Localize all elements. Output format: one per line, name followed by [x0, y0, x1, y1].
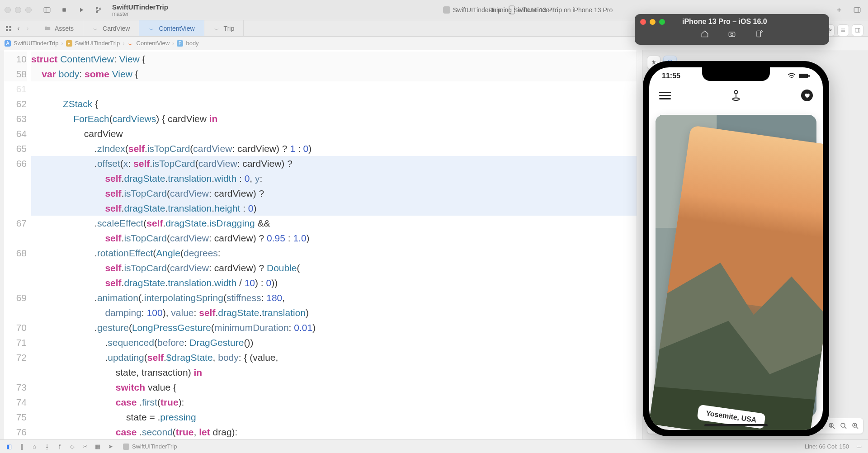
battery-icon: [798, 73, 810, 79]
stop-button-icon[interactable]: [58, 4, 71, 16]
zoom-actual-icon[interactable]: 1: [826, 420, 838, 432]
home-icon[interactable]: [700, 29, 709, 40]
zoom-window-dot[interactable]: [659, 19, 665, 25]
upload-icon[interactable]: ⭱: [56, 443, 63, 450]
simulator-titlebar[interactable]: iPhone 13 Pro – iOS 16.0: [635, 14, 829, 45]
svg-line-36: [856, 427, 858, 429]
simulator-screen[interactable]: 11:55: [649, 67, 823, 430]
svg-rect-14: [855, 28, 860, 32]
screenshot-icon[interactable]: [727, 29, 736, 40]
tab-label: Trip: [224, 25, 235, 32]
property-icon: P: [177, 40, 183, 47]
svg-point-40: [731, 33, 733, 35]
adjust-icon[interactable]: [837, 24, 849, 36]
zoom-in-icon[interactable]: [849, 420, 861, 432]
line-gutter: 10586162636465666768697071727374757677: [4, 50, 31, 439]
app-icon: [123, 444, 129, 450]
step-icon[interactable]: ‖: [18, 443, 25, 450]
favorites-icon[interactable]: [801, 90, 813, 101]
fold-ribbon[interactable]: [0, 50, 4, 439]
library-icon[interactable]: [851, 4, 863, 16]
project-name: SwiftUITinderTrip: [112, 3, 168, 11]
zoom-fit-icon[interactable]: [838, 420, 849, 432]
inspector-icon[interactable]: [852, 24, 863, 36]
back-icon[interactable]: ‹: [14, 22, 23, 35]
related-items-icon[interactable]: [4, 22, 14, 35]
svg-rect-18: [6, 29, 8, 31]
location-pin-icon[interactable]: [731, 89, 741, 102]
activity-status: Running SwiftUITinderTrip on iPhone 13 P…: [488, 6, 613, 14]
tab-assets[interactable]: Assets: [35, 20, 83, 36]
svg-point-4: [96, 11, 98, 13]
svg-rect-41: [757, 31, 760, 37]
branch-icon[interactable]: [92, 4, 105, 16]
app-header: [649, 89, 823, 102]
swift-file-icon: [92, 25, 99, 32]
cursor-position: Line: 66 Col: 150: [805, 443, 849, 450]
window-traffic-lights: [5, 7, 32, 13]
wifi-icon: [788, 73, 796, 79]
target-chip[interactable]: SwiftUITinderTrip: [123, 443, 177, 450]
close-window-dot[interactable]: [640, 19, 646, 25]
svg-text:1: 1: [830, 424, 832, 427]
simulator-window[interactable]: iPhone 13 Pro – iOS 16.0: [635, 14, 829, 45]
rotate-icon[interactable]: [755, 29, 764, 40]
svg-rect-2: [62, 8, 66, 12]
location-icon[interactable]: ➤: [107, 443, 114, 450]
breadcrumb-segment[interactable]: SwiftUITinderTrip: [75, 40, 120, 47]
home-icon[interactable]: ⌂: [31, 443, 38, 450]
minimize-window-dot[interactable]: [650, 19, 656, 25]
swift-file-icon: [148, 25, 155, 32]
grid-icon[interactable]: ▦: [94, 443, 101, 450]
card-stack[interactable]: Yosemite, USA: [656, 115, 816, 416]
breadcrumb-segment[interactable]: body: [186, 40, 198, 47]
svg-point-44: [734, 90, 737, 94]
tab-contentview[interactable]: ContentView: [139, 20, 204, 36]
svg-rect-43: [808, 75, 810, 77]
svg-rect-39: [729, 32, 735, 37]
tab-cardview[interactable]: CardView: [83, 20, 139, 36]
svg-rect-16: [6, 26, 8, 28]
toggle-console-icon[interactable]: ▭: [855, 443, 863, 450]
home-indicator[interactable]: [704, 424, 768, 426]
svg-rect-19: [9, 29, 12, 31]
minimap[interactable]: [637, 50, 642, 439]
project-title-group[interactable]: SwiftUITinderTrip master: [112, 3, 168, 17]
scissors-icon[interactable]: ✂: [81, 443, 89, 450]
minimize-window-dot[interactable]: [15, 7, 21, 13]
folder-icon: [44, 25, 51, 32]
download-icon[interactable]: ⭳: [43, 443, 51, 450]
target-name: SwiftUITinderTrip: [132, 443, 177, 450]
svg-point-45: [733, 98, 740, 101]
toggle-navigator-icon[interactable]: [41, 4, 53, 16]
svg-line-34: [844, 427, 846, 429]
app-icon: [443, 6, 450, 14]
breadcrumb-segment[interactable]: ContentView: [137, 40, 170, 47]
breadcrumb-segment[interactable]: SwiftUITinderTrip: [14, 40, 58, 47]
run-button-icon[interactable]: [75, 4, 88, 16]
tab-trip[interactable]: Trip: [204, 20, 244, 36]
simulator-title: iPhone 13 Pro – iOS 16.0: [682, 18, 767, 26]
svg-rect-17: [9, 26, 12, 28]
svg-line-31: [833, 427, 835, 429]
code-area[interactable]: struct ContentView: View { var body: som…: [31, 50, 637, 439]
svg-rect-42: [799, 74, 808, 78]
svg-point-5: [99, 8, 101, 9]
simulator-device-frame: 11:55: [643, 61, 829, 436]
tab-label: Assets: [55, 25, 74, 32]
tab-label: CardView: [103, 25, 130, 32]
device-notch: [702, 67, 770, 81]
tab-label: ContentView: [159, 25, 194, 32]
forward-icon[interactable]: ›: [24, 22, 32, 35]
zoom-window-dot[interactable]: [25, 7, 32, 13]
filter-icon[interactable]: ◧: [5, 443, 13, 450]
close-window-dot[interactable]: [5, 7, 11, 13]
hamburger-menu-icon[interactable]: [659, 92, 671, 99]
code-editor[interactable]: 10586162636465666768697071727374757677 s…: [0, 50, 642, 439]
project-icon: A: [5, 40, 11, 47]
toolbar-right: [833, 4, 863, 16]
xcode-bottom-bar: ◧ ‖ ⌂ ⭳ ⭱ ◇ ✂ ▦ ➤ SwiftUITinderTrip Line…: [0, 439, 868, 453]
bookmark-icon[interactable]: ◇: [69, 443, 76, 450]
add-icon[interactable]: [833, 4, 845, 16]
chevron-right-icon: ›: [61, 40, 63, 47]
